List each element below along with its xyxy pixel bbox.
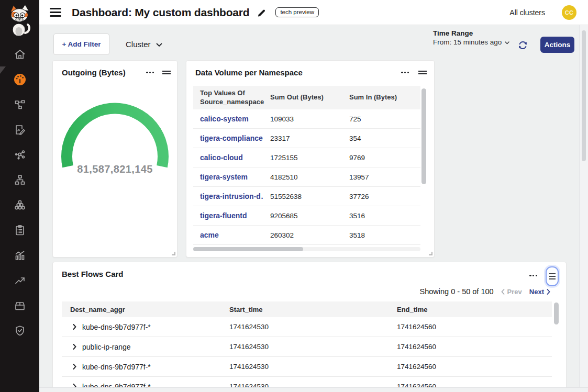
column-header: Sum In (Bytes) [342, 90, 420, 105]
cluster-dropdown[interactable]: Cluster [126, 33, 162, 55]
table-row: public-ip-range 1741624530 1741624560 [62, 337, 552, 357]
card-drag-handle-icon[interactable] [162, 69, 171, 76]
card-resize-handle[interactable] [172, 252, 175, 255]
time-range-block: Time Range From: 15 minutes ago [433, 29, 509, 46]
sidebar-item-network-map[interactable] [0, 169, 39, 194]
table-row: kube-dns-9b7d977f-* 1741624530 174162456… [62, 357, 552, 377]
time-range-value: From: 15 minutes ago [433, 38, 502, 46]
namespace-link[interactable]: calico-system [193, 115, 263, 123]
cluster-selector[interactable]: All clusters [509, 8, 545, 17]
sidebar-item-tasks[interactable] [0, 219, 39, 244]
card-menu-icon[interactable] [401, 72, 409, 73]
refresh-icon [517, 43, 528, 52]
sidebar-item-storage[interactable] [0, 294, 39, 319]
namespace-link[interactable]: tigera-intrusion-d… [193, 192, 263, 200]
refresh-button[interactable] [517, 40, 528, 53]
share-network-icon [14, 149, 26, 163]
horizontal-scrollbar-thumb[interactable] [193, 247, 303, 251]
time-range-selector[interactable]: From: 15 minutes ago [433, 38, 509, 46]
namespace-link[interactable]: tigera-compliance [193, 134, 263, 142]
expand-row-chevron-icon[interactable] [73, 324, 76, 330]
page-horizontal-scrollbar[interactable] [39, 387, 588, 392]
outgoing-bytes-card: Outgoing (Bytes) 81,587,821,145 [52, 60, 177, 257]
dest-name: kube-dns-9b7d977f-* [82, 323, 151, 331]
sidebar-item-trends[interactable] [0, 269, 39, 294]
storage-box-icon [14, 299, 26, 314]
vertical-scrollbar-thumb[interactable] [554, 303, 559, 324]
end-time: 1741624560 [392, 323, 552, 331]
sitemap-icon [14, 174, 26, 188]
page-scrollbar[interactable] [579, 25, 588, 387]
sidebar-item-home[interactable] [0, 43, 39, 68]
shield-check-icon [14, 324, 26, 339]
sidebar-item-security[interactable] [0, 319, 39, 344]
column-header: Sum Out (Bytes) [263, 90, 342, 105]
card-title: Best Flows Card [62, 270, 124, 278]
tech-preview-badge: tech preview [275, 7, 319, 17]
table-header-row: Dest_name_aggr Start_time End_time [62, 301, 552, 317]
card-title: Data Volume per Namespace [195, 68, 303, 77]
dest-name: kube-dns-9b7d977f-* [82, 363, 151, 371]
user-avatar[interactable]: CC [562, 5, 576, 20]
actions-button[interactable]: Actions [540, 37, 574, 53]
page-scrollbar-thumb[interactable] [582, 30, 586, 161]
vertical-scrollbar-thumb[interactable] [421, 88, 426, 184]
trend-arrow-icon [14, 274, 26, 289]
card-resize-handle[interactable] [429, 252, 432, 255]
edit-pencil-icon[interactable] [257, 7, 267, 18]
page-title: Dashboard: My custom dashboard [72, 6, 249, 19]
sum-out-value: 4182510 [263, 173, 342, 181]
namespace-table: Top Values Of Source_namespace Sum Out (… [193, 86, 420, 245]
namespace-link[interactable]: tigera-system [193, 173, 263, 181]
card-menu-icon[interactable] [146, 72, 154, 73]
gauge-arc [59, 102, 171, 173]
card-menu-icon[interactable] [529, 275, 537, 276]
sum-in-value: 725 [342, 115, 420, 123]
gauge-value: 81,587,821,145 [53, 163, 177, 175]
card-drag-handle-focused[interactable] [546, 266, 559, 286]
start-time: 1741624530 [224, 323, 392, 331]
clipboard-icon [14, 224, 26, 239]
sidebar-item-connections[interactable] [0, 143, 39, 169]
expand-row-chevron-icon[interactable] [73, 344, 76, 350]
calico-cat-logo[interactable] [0, 0, 39, 39]
time-range-title: Time Range [433, 29, 509, 37]
filter-row: + Add Filter Cluster Time Range From: 15… [39, 25, 588, 58]
table-row: acme 260302 3518 [193, 226, 420, 245]
namespace-link[interactable]: calico-cloud [193, 153, 263, 162]
namespace-link[interactable]: acme [193, 231, 263, 239]
showing-range-text: Showing 0 - 50 of 100 [420, 287, 494, 296]
sidebar-item-dashboard-active[interactable] [0, 68, 39, 93]
next-page-button[interactable]: Next [529, 288, 550, 296]
expand-row-chevron-icon[interactable] [73, 364, 76, 369]
sum-out-value: 9205685 [263, 212, 342, 220]
horizontal-scrollbar[interactable] [193, 247, 420, 251]
sum-in-value: 3518 [342, 231, 420, 239]
next-label: Next [529, 288, 544, 296]
sum-in-value: 37726 [342, 193, 420, 200]
dashboard-gauge-icon [13, 73, 27, 88]
column-header: Top Values Of Source_namespace [193, 86, 263, 109]
topbar-right: All clusters CC [509, 5, 588, 20]
start-time: 1741624530 [224, 343, 392, 351]
sidebar-item-clusters[interactable] [0, 194, 39, 219]
table-row: calico-cloud 1725155 9769 [193, 148, 420, 167]
hamburger-menu-icon[interactable] [50, 6, 61, 19]
sum-in-value: 13957 [342, 173, 420, 181]
cluster-dropdown-label: Cluster [126, 40, 151, 49]
sidebar-item-service-topology[interactable] [0, 93, 39, 118]
add-filter-button[interactable]: + Add Filter [53, 33, 109, 55]
sidebar-item-statistics[interactable] [0, 244, 39, 269]
table-row: tigera-system 4182510 13957 [193, 167, 420, 187]
sidebar [0, 0, 39, 392]
prev-page-button[interactable]: Prev [501, 288, 522, 296]
start-time: 1741624530 [224, 363, 392, 371]
sum-out-value: 109033 [263, 115, 342, 123]
card-drag-handle-icon[interactable] [418, 69, 427, 76]
sum-out-value: 23317 [263, 135, 342, 142]
chevron-down-icon [505, 38, 509, 46]
sidebar-item-reports[interactable] [0, 118, 39, 143]
bar-chart-icon [14, 249, 26, 264]
namespace-link[interactable]: tigera-fluentd [193, 211, 263, 220]
table-row: tigera-intrusion-d… 51552638 37726 [193, 187, 420, 206]
